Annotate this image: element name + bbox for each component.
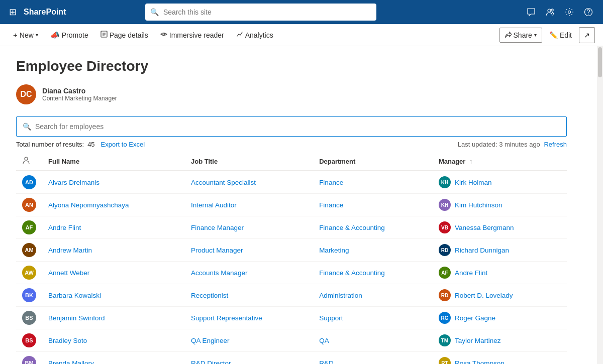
help-icon[interactable] [580, 5, 597, 20]
row-department-cell: Finance [313, 194, 433, 216]
page-details-button[interactable]: Page details [95, 28, 153, 42]
scrollbar-track[interactable] [597, 46, 603, 364]
row-manager-cell: VB Vanessa Bergmann [433, 216, 567, 239]
manager-avatar: AF [439, 267, 451, 279]
svg-point-6 [163, 33, 165, 35]
new-button[interactable]: + New ▾ [8, 28, 43, 42]
employee-search-input[interactable] [35, 123, 560, 131]
employee-name-link[interactable]: Aivars Dreimanis [48, 179, 99, 186]
edit-button[interactable]: ✏️ Edit [544, 28, 577, 42]
manager-name-link[interactable]: Andre Flint [455, 269, 487, 277]
row-job-title-cell: Accountant Specialist [185, 171, 313, 194]
global-search: 🔍 [145, 4, 376, 21]
job-title-link[interactable]: QA Engineer [191, 337, 230, 344]
employee-name-link[interactable]: Alyona Nepomnyashchaya [48, 201, 129, 209]
manager-name-link[interactable]: Taylor Martinez [455, 337, 501, 344]
manager-avatar: RD [439, 289, 451, 301]
row-job-title-cell: Receptionist [185, 284, 313, 307]
scrollbar-thumb[interactable] [598, 47, 602, 77]
manager-name-link[interactable]: Rosa Thompson [455, 359, 505, 365]
department-link[interactable]: Support [319, 314, 343, 322]
page-title: Employee Directory [16, 58, 567, 74]
row-manager-cell: AF Andre Flint [433, 262, 567, 284]
row-name-cell: Aivars Dreimanis [42, 171, 185, 194]
row-department-cell: Finance & Accounting [313, 216, 433, 239]
row-avatar-cell: BS [16, 307, 42, 329]
manager-name-link[interactable]: Robert D. Lovelady [455, 292, 513, 299]
department-link[interactable]: Finance & Accounting [319, 224, 385, 231]
manager-name-link[interactable]: Vanessa Bergmann [455, 224, 514, 231]
row-name-cell: Barbara Kowalski [42, 284, 185, 307]
department-link[interactable]: Finance [319, 179, 343, 186]
table-meta: Total number of results: 45 Export to Ex… [16, 141, 567, 148]
export-to-excel-link[interactable]: Export to Excel [101, 141, 145, 148]
th-avatar-col [16, 152, 42, 171]
row-avatar-cell: AM [16, 239, 42, 262]
employee-search-box: 🔍 [16, 116, 567, 137]
top-navigation: ⊞ SharePoint 🔍 [0, 0, 603, 24]
department-link[interactable]: Finance & Accounting [319, 269, 385, 277]
author-avatar: DC [16, 84, 36, 104]
employee-name-link[interactable]: Andre Flint [48, 224, 81, 231]
people-icon[interactable] [542, 5, 559, 20]
job-title-link[interactable]: R&D Director [191, 359, 231, 365]
row-name-cell: Andrew Martin [42, 239, 185, 262]
manager-avatar: VB [439, 221, 451, 233]
cmd-right-actions: Share ▾ ✏️ Edit ↗ [499, 27, 595, 43]
row-manager-cell: RT Rosa Thompson [433, 352, 567, 365]
employee-avatar: AD [22, 175, 36, 189]
dropdown-chevron-icon: ▾ [36, 32, 38, 38]
row-job-title-cell: Accounts Manager [185, 262, 313, 284]
employee-name-link[interactable]: Bradley Soto [48, 337, 87, 344]
job-title-link[interactable]: Support Representative [191, 314, 262, 322]
global-search-input[interactable] [145, 4, 376, 21]
job-title-link[interactable]: Finance Manager [191, 224, 244, 231]
th-department: Department [313, 152, 433, 171]
row-avatar-cell: AF [16, 216, 42, 239]
main-content: Employee Directory DC Diana Castro Conte… [0, 46, 597, 364]
employee-name-link[interactable]: Brenda Mallory [48, 359, 94, 365]
job-title-link[interactable]: Internal Auditor [191, 201, 237, 209]
job-title-link[interactable]: Accounts Manager [191, 269, 248, 277]
promote-button[interactable]: 📣 Promote [45, 28, 93, 43]
job-title-link[interactable]: Product Manager [191, 247, 243, 254]
department-link[interactable]: Administration [319, 292, 362, 299]
settings-icon[interactable] [561, 5, 578, 20]
directory-table: Full Name Job Title Department Manager ↑… [16, 152, 567, 364]
employee-name-link[interactable]: Benjamin Swinford [48, 314, 105, 322]
manager-name-link[interactable]: Richard Dunnigan [455, 247, 509, 254]
immersive-reader-button[interactable]: Immersive reader [155, 28, 229, 42]
analytics-button[interactable]: Analytics [231, 28, 278, 42]
employee-name-link[interactable]: Andrew Martin [48, 247, 92, 254]
employee-search-icon: 🔍 [23, 123, 31, 131]
manager-name-link[interactable]: Roger Gagne [455, 314, 495, 322]
department-link[interactable]: R&D [319, 359, 334, 365]
collapse-button[interactable]: ↗ [579, 27, 595, 43]
row-job-title-cell: Finance Manager [185, 216, 313, 239]
manager-name-link[interactable]: Kirk Holman [455, 179, 492, 186]
svg-point-7 [25, 157, 28, 160]
employee-name-link[interactable]: Barbara Kowalski [48, 292, 101, 299]
employee-name-link[interactable]: Annett Weber [48, 269, 89, 277]
row-manager-cell: KH Kirk Holman [433, 171, 567, 194]
feedback-icon[interactable] [523, 5, 540, 20]
svg-point-4 [588, 14, 588, 14]
manager-sort-icon[interactable]: ↑ [469, 158, 473, 165]
department-link[interactable]: Finance [319, 201, 343, 209]
job-title-link[interactable]: Accountant Specialist [191, 179, 256, 186]
row-name-cell: Bradley Soto [42, 329, 185, 352]
department-link[interactable]: QA [319, 337, 329, 344]
top-nav-icons [523, 5, 597, 20]
refresh-link[interactable]: Refresh [544, 141, 567, 148]
employee-avatar: BM [22, 356, 36, 364]
share-button[interactable]: Share ▾ [499, 28, 542, 43]
employee-avatar: AM [22, 243, 36, 257]
author-name[interactable]: Diana Castro [42, 87, 117, 95]
job-title-link[interactable]: Receptionist [191, 292, 228, 299]
row-department-cell: QA [313, 329, 433, 352]
manager-avatar: RD [439, 244, 451, 256]
department-link[interactable]: Marketing [319, 247, 349, 254]
manager-name-link[interactable]: Kim Hutchinson [455, 201, 502, 209]
waffle-icon[interactable]: ⊞ [6, 4, 20, 21]
last-updated-text: Last updated: 3 minutes ago [458, 141, 540, 148]
